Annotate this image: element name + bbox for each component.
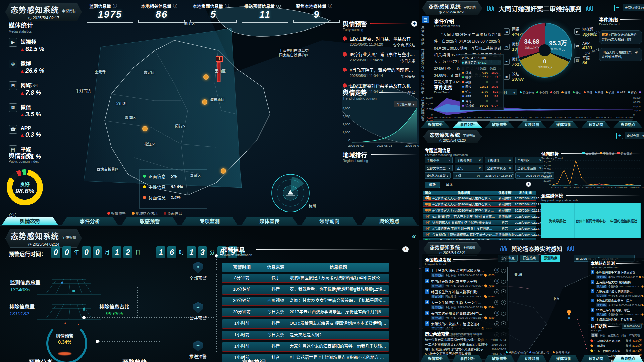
hotspot-row[interactable]: 1 上千名游客深夜滞留国家级大峡谷景区（中国蓝新闻）- 原文链接 今日头条 20… xyxy=(425,268,506,277)
history-row[interactable]: 一工地起重机倒塌致3人受伤 事故原因调查中 2019-05-04 xyxy=(425,342,506,347)
table-row[interactable]: 1小时前 抖音 OCR:发给网友发给男友 梗图译制@本本鉴赏伊和|失踪时14岁上… xyxy=(222,319,389,329)
info-icon[interactable]: i xyxy=(276,4,281,8)
hotspot-marker[interactable] xyxy=(203,74,209,80)
hotspot-row[interactable]: 1 中外搭档携手齐聚上海展风采 原文链接 中国网 2025-05-04 01:4… xyxy=(591,270,642,279)
tab[interactable]: 媒体宣传 xyxy=(549,121,578,128)
context-card[interactable]: 山西大同订婚强奸案二审宣判维持原判，... 2025 04.16 xyxy=(599,48,642,62)
add-icon[interactable]: + xyxy=(501,300,506,305)
topic-row[interactable]: 3 五一假期文旅市场有哪些新亮点 微博 35.46万 xyxy=(591,348,642,353)
media-rank-block[interactable]: 台州市新闻传媒中心 xyxy=(575,203,608,238)
history-row[interactable]: 端午假期出行高峰 多地发布交通管制提示 2014-05-05 xyxy=(425,347,506,352)
add-icon[interactable]: + xyxy=(501,279,506,284)
locate-icon[interactable]: ◎ xyxy=(494,321,499,326)
media-rank-block[interactable]: 海峡导报社 xyxy=(541,203,575,238)
tab[interactable]: 舆情态势 xyxy=(420,355,450,362)
tab[interactable]: 媒体宣传 xyxy=(549,355,579,362)
hotspot-marker[interactable] xyxy=(142,126,148,131)
legend-item[interactable]: 短视频 xyxy=(639,90,642,94)
tab[interactable]: 专项监测 xyxy=(517,355,547,362)
hotspot-row[interactable]: 4 大一女生输液后失聪 大一女生海兰（化名）因输液剧烈反应... 原文链接 今日… xyxy=(425,300,506,309)
tab[interactable]: 专项监测 xyxy=(517,121,546,128)
hotspot-marker[interactable] xyxy=(221,168,226,174)
legend-item[interactable]: 正面信息 xyxy=(582,151,597,155)
table-row[interactable]: 中性 今日视点! 上饶德峰权威27家外学童子DNA鉴定 医疗机构启赀（... 新… xyxy=(423,232,536,237)
tab[interactable]: 事件分析 xyxy=(62,217,118,225)
hotspot-row[interactable]: 3 韩国发生汽车冲撞人群事件致1死7伤 原文链接 西瓜视频 2025-05-04… xyxy=(425,289,506,298)
tab[interactable]: 敏感预警 xyxy=(485,121,514,128)
tab[interactable]: 敏感预警 xyxy=(121,217,178,225)
table-row[interactable]: 中性 #晋城购正头 宝篮检到一只身上没有瑕疵的乖巧的狗，是否家的乐... 抖音 … xyxy=(423,226,536,231)
legend-item[interactable]: 微信 xyxy=(573,90,581,94)
legend-item[interactable]: 评论 xyxy=(628,90,637,94)
filter-select[interactable]: 正常∨ xyxy=(455,165,483,171)
table-row[interactable]: 30分钟前 西瓜视频 奇闻：甘肃22岁女学生庙会做兼职，手机掉旱厕捞手机溺亡！！… xyxy=(222,297,389,306)
context-card[interactable]: 首发#订婚强奸案事发婚房仍有女方物品 订婚... 2025 04.16 xyxy=(599,30,642,44)
hotspot-row[interactable]: 5 美国爱达荷州交通事故致5名中国公民死亡：美国爱达荷州再发... 原文链接 今… xyxy=(425,311,506,320)
topic-tab[interactable]: 百度热点 xyxy=(607,333,620,337)
date-from-input[interactable]: ◷2025-04-27 02:20:36 xyxy=(475,172,514,179)
link-tag[interactable]: 原文链接 xyxy=(431,295,444,298)
add-icon[interactable]: + xyxy=(501,311,506,316)
filter-button[interactable]: 行业热点 xyxy=(520,255,539,262)
filter-select[interactable]: 全部类型∨ xyxy=(425,157,453,163)
vertical-nav-item[interactable]: 总览驾驶舱 xyxy=(420,26,425,46)
table-row[interactable]: 1小时前 今日头条 是天灾还是人祸? xyxy=(222,331,389,340)
info-icon[interactable]: i xyxy=(173,4,177,8)
table-row[interactable]: 10分钟前 抖音 哎，我就看看，也不说话[我想静静][我想静静]上饶德兴市才是江… xyxy=(222,285,389,295)
table-row[interactable]: 中性 5.3 襄阳时刻，有人在洞悉车飞驰驻日撤离村，一排排截断的货栈... 新浪… xyxy=(423,214,536,219)
tab[interactable]: 舆论热点 xyxy=(361,217,418,225)
add-icon[interactable]: + xyxy=(501,321,506,326)
tab[interactable]: 事件分析 xyxy=(453,121,482,128)
add-theme-button[interactable]: + xyxy=(616,133,623,139)
filter-select[interactable]: 全部倾向性∨ xyxy=(455,157,483,163)
legend-item[interactable]: APP xyxy=(617,90,626,94)
locate-icon[interactable]: ◎ xyxy=(494,289,499,294)
tab[interactable]: 领导动向 xyxy=(582,121,610,128)
topic-tab[interactable]: 抖音 xyxy=(620,333,628,337)
vertical-nav-item[interactable]: 传播溯源分析 xyxy=(420,48,425,72)
tab[interactable]: 专项监测 xyxy=(181,217,238,225)
tab[interactable]: 敏感预警 xyxy=(484,355,515,362)
table-row[interactable]: 中性 #石家情定大美心动520##完美世界石家大侠心动520##欢欢心动... … xyxy=(423,208,536,213)
filter-select[interactable]: 全部文章状态∨ xyxy=(485,165,513,171)
warning-node[interactable]: ✦ 全部预警 xyxy=(188,262,208,281)
hotspot-row[interactable]: 2 中国赴美旅游团发生重大车祸 原文链接 今日头条 2025-05-04 00:… xyxy=(425,279,506,288)
filter-select[interactable]: 全部文章类型∨ xyxy=(425,165,453,171)
table-row[interactable]: 中性 #石家情定大美心动520##完美世界石家大侠心动520##欢欢心动... … xyxy=(423,196,536,201)
collapse-button[interactable]: « xyxy=(412,232,416,241)
tab[interactable]: 舆情态势 xyxy=(421,121,450,128)
filter-button[interactable]: 预测热点 xyxy=(541,255,560,262)
topic-tab[interactable]: 微博 xyxy=(591,333,598,337)
link-tag[interactable]: 原文链接 xyxy=(596,275,607,279)
tab[interactable]: 领导动向 xyxy=(301,217,358,225)
locate-icon[interactable]: ◎ xyxy=(494,300,499,305)
filter-select[interactable]: 全部媒体∨ xyxy=(485,157,513,163)
tab[interactable]: 舆情态势 xyxy=(2,217,58,225)
topic-tab[interactable]: 头条 xyxy=(599,333,606,337)
warning-item[interactable]: #肖飞开除了，董袭莹的问题何时查？... 2025/05/01 11:04:14… xyxy=(343,67,417,79)
link-tag[interactable]: 原文链接 xyxy=(431,273,444,277)
info-icon[interactable]: i xyxy=(113,4,117,8)
hotspot-row[interactable]: 4 上海车展概念车盘点：国产占主导地位 合资努力追赶! 原文链接 今日头条 20… xyxy=(591,299,642,307)
warning-node[interactable]: ✦ 公共预警 xyxy=(188,302,208,321)
locate-icon[interactable]: ◎ xyxy=(494,268,499,273)
legend-item[interactable]: 网媒 xyxy=(595,90,603,94)
tab[interactable]: 舆论热点 xyxy=(613,121,642,128)
tab[interactable]: 舆论热点 xyxy=(613,355,643,362)
history-row[interactable]: 漳州气象台发布暴雨橙色预警[Ⅳ级/一般] 2018-05-04 xyxy=(425,338,506,342)
warning-item[interactable]: 医疗行业大瓜：肖飞事件与董小姐的... 2025/05/01 11:04:20 … xyxy=(343,51,417,63)
table-row[interactable]: 中性 #石家情定大美心动520##完美世界石家大侠心动520##欢欢心动... … xyxy=(423,202,536,207)
event-select[interactable]: 大同订婚强奸案二...▾ xyxy=(623,4,644,11)
link-tag[interactable]: 原文链接 xyxy=(596,313,607,316)
sort-hottest-button[interactable]: 最热 xyxy=(442,182,457,187)
topics-date[interactable]: ▦2025-05-04 xyxy=(622,324,642,329)
tab[interactable]: 事件分析 xyxy=(452,355,483,362)
vertical-nav-item[interactable]: 舆论场感知 xyxy=(420,75,425,95)
locate-icon[interactable]: ◎ xyxy=(494,279,499,284)
link-tag[interactable]: 原文链接 xyxy=(596,285,607,288)
hotspot-row[interactable]: 3 合肥03城区最大的遗憾是不能解决在合肥玩的问题，作为公... 原文链接 今日… xyxy=(591,289,642,297)
legend-item[interactable]: 总体走势 xyxy=(520,90,534,94)
info-icon[interactable]: i xyxy=(328,4,332,8)
link-tag[interactable]: 原文链接 xyxy=(596,303,607,307)
add-icon[interactable]: + xyxy=(501,289,506,294)
